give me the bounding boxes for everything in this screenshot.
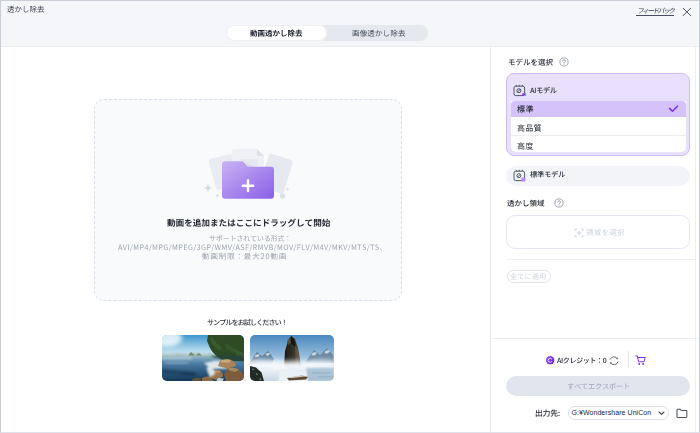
svg-text:AI: AI: [521, 92, 525, 97]
